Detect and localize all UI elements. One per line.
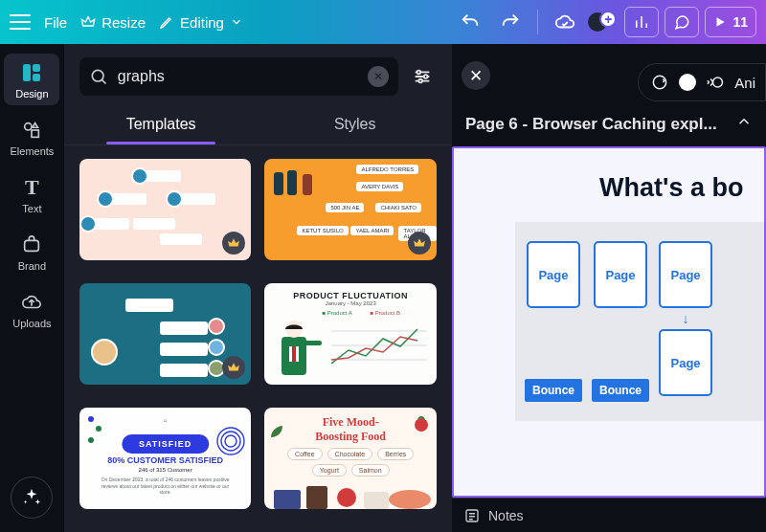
play-icon	[713, 15, 727, 29]
text-icon: T	[25, 175, 39, 200]
slide-heading[interactable]: What's a bo	[488, 173, 764, 203]
motion-icon[interactable]	[706, 73, 725, 92]
svg-point-29	[337, 488, 356, 507]
side-toolbar: Design Elements T Text Brand Uploads	[0, 44, 64, 532]
editing-mode-label: Editing	[180, 14, 224, 31]
svg-point-34	[713, 78, 723, 87]
floating-toolbar: Ani	[638, 63, 766, 101]
diagram-page-box: Page	[594, 241, 647, 308]
svg-point-8	[424, 75, 428, 78]
search-input[interactable]	[118, 68, 358, 85]
animate-label[interactable]: Ani	[734, 75, 755, 91]
legend-b: Product B	[375, 310, 400, 316]
arrow-down-icon: ↓	[683, 316, 689, 321]
resize-menu-label: Resize	[101, 14, 146, 31]
pro-badge	[222, 232, 245, 255]
nav-uploads[interactable]: Uploads	[4, 283, 59, 335]
magic-button[interactable]	[11, 477, 53, 519]
nav-brand-label: Brand	[18, 260, 46, 272]
leaf-icon	[270, 425, 283, 438]
svg-rect-10	[274, 172, 283, 195]
svg-rect-20	[292, 346, 296, 362]
svg-rect-4	[32, 130, 38, 137]
chart-node-label: CHIAKI SATO	[375, 203, 420, 212]
template-card[interactable]	[79, 159, 252, 260]
template-card[interactable]: ⌂ SATISFIED 80% CUSTOMER SATISFIED 246 o…	[79, 408, 252, 509]
notes-label[interactable]: Notes	[488, 508, 524, 523]
sparkle-icon	[21, 487, 42, 508]
comment-button[interactable]	[665, 7, 699, 37]
filter-button[interactable]	[408, 62, 437, 91]
svg-point-31	[389, 490, 431, 509]
nav-elements-label: Elements	[10, 145, 54, 157]
nav-design[interactable]: Design	[4, 54, 59, 105]
svg-rect-12	[303, 174, 312, 195]
svg-point-32	[415, 418, 428, 432]
card-headline: 80% CUSTOMER SATISFIED	[79, 455, 252, 465]
svg-point-7	[417, 71, 421, 75]
nav-text-label: Text	[22, 203, 41, 214]
people-illustration	[270, 163, 327, 201]
sliders-icon	[412, 66, 433, 87]
legend-a: Product A	[327, 310, 352, 316]
diagram-bounce-label: Bounce	[592, 379, 649, 402]
card-subhead: 246 of 315 Customer	[79, 467, 252, 473]
main-menu-button[interactable]	[10, 14, 31, 30]
notes-icon[interactable]	[463, 507, 481, 524]
loop-icon[interactable]	[650, 73, 669, 92]
nav-design-label: Design	[15, 88, 48, 100]
resize-menu[interactable]: Resize	[80, 14, 146, 31]
svg-point-23	[88, 437, 94, 443]
color-swatch[interactable]	[679, 74, 696, 91]
uploads-icon	[21, 292, 42, 313]
undo-button[interactable]	[453, 7, 487, 37]
file-menu-label: File	[44, 14, 67, 31]
tab-styles[interactable]: Styles	[258, 103, 452, 144]
editing-mode-menu[interactable]: Editing	[159, 14, 243, 31]
svg-rect-28	[306, 486, 327, 509]
template-card[interactable]: PRODUCT FLUCTUATION January - May 2023 ■…	[264, 283, 437, 385]
slide-diagram[interactable]: Page Bounce Page Bounce Page ↓ Page	[515, 222, 764, 421]
svg-rect-2	[33, 74, 40, 81]
clear-search-button[interactable]: ✕	[368, 66, 389, 87]
tab-templates[interactable]: Templates	[64, 103, 259, 144]
elements-icon	[21, 120, 42, 141]
presenter-illustration	[272, 320, 324, 379]
insights-button[interactable]	[624, 7, 659, 37]
cloud-sync-button[interactable]	[548, 7, 582, 37]
nav-uploads-label: Uploads	[12, 318, 51, 329]
template-card[interactable]: Five Mood-Boosting Food Coffee Chocolate…	[264, 408, 437, 509]
page-title[interactable]: Page 6 - Browser Caching expl...	[465, 115, 717, 134]
file-menu[interactable]: File	[44, 14, 67, 31]
templates-panel: ✕ Templates Styles	[64, 44, 452, 532]
close-panel-button[interactable]: ✕	[462, 61, 490, 90]
top-menu-bar: File Resize Editing + 11	[0, 0, 766, 44]
crown-icon	[413, 236, 426, 250]
present-button[interactable]: 11	[705, 7, 756, 37]
svg-point-3	[25, 123, 32, 130]
template-card[interactable]	[79, 283, 252, 385]
chart-node-label: 500 JIN AE	[326, 203, 364, 212]
slide-canvas[interactable]: What's a bo Page Bounce Page Bounce	[452, 146, 766, 498]
canvas-footer: Notes	[452, 498, 766, 532]
diagram-bounce-label: Bounce	[525, 379, 582, 402]
svg-rect-27	[274, 490, 301, 509]
chart-node-label: KETUT SUSILO	[297, 226, 348, 235]
nav-text[interactable]: T Text	[4, 168, 59, 220]
tab-templates-label: Templates	[126, 116, 196, 133]
redo-button[interactable]	[493, 7, 528, 37]
user-avatar[interactable]: +	[588, 9, 609, 35]
tag-pill: Yogurt	[312, 464, 347, 477]
tab-styles-label: Styles	[334, 116, 376, 133]
nav-brand[interactable]: Brand	[4, 226, 59, 277]
search-box[interactable]: ✕	[79, 57, 398, 96]
svg-rect-30	[364, 492, 389, 509]
tag-pill: Chocolate	[327, 448, 373, 460]
card-subtitle: January - May 2023	[264, 300, 437, 306]
template-card[interactable]: ALFREDO TORRES AVERY DAVIS 500 JIN AE CH…	[264, 159, 437, 260]
nav-elements[interactable]: Elements	[4, 111, 59, 163]
collapse-page-button[interactable]	[735, 113, 753, 135]
svg-point-6	[92, 70, 103, 81]
chart-node-label: ALFREDO TORRES	[356, 165, 418, 174]
svg-rect-0	[23, 64, 31, 81]
